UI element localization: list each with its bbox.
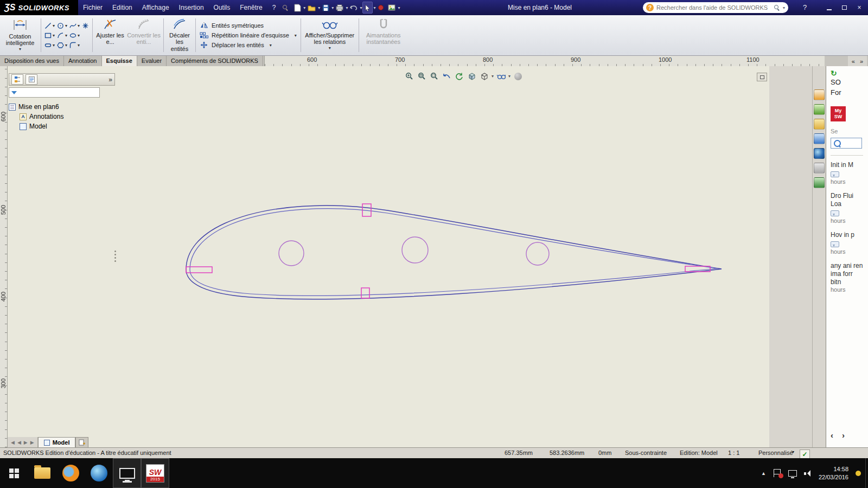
tray-clock[interactable]: 14:58 22/03/2016 bbox=[819, 465, 848, 481]
appearances-icon[interactable] bbox=[814, 148, 825, 159]
select-caret-icon[interactable]: ▾ bbox=[373, 5, 375, 10]
doc-cascade-button[interactable] bbox=[757, 73, 767, 81]
sheet-nav-next-icon[interactable]: ▶ bbox=[23, 440, 29, 445]
previous-view-icon[interactable] bbox=[442, 71, 452, 81]
panel-expand-icon[interactable]: » bbox=[108, 76, 112, 84]
show-desktop-button[interactable] bbox=[865, 458, 868, 488]
undo-caret-icon[interactable]: ▾ bbox=[360, 5, 362, 10]
new-document-caret-icon[interactable]: ▾ bbox=[303, 5, 305, 10]
menu-fichier[interactable]: Fichier bbox=[78, 0, 107, 15]
tab-annotation[interactable]: Annotation bbox=[64, 56, 102, 66]
options-icon[interactable] bbox=[376, 2, 386, 14]
minimize-button[interactable] bbox=[822, 2, 835, 13]
ellipse-tool-caret-icon[interactable]: ▾ bbox=[78, 33, 80, 38]
arc-tool-icon[interactable] bbox=[56, 31, 65, 40]
select-arrow-icon[interactable] bbox=[362, 2, 373, 14]
units-caret-icon[interactable]: ▾ bbox=[792, 450, 794, 454]
save-caret-icon[interactable]: ▾ bbox=[331, 5, 334, 10]
menu-insertion[interactable]: Insertion bbox=[174, 0, 209, 15]
tree-model-row[interactable]: Model bbox=[20, 121, 115, 131]
trim-entities-button[interactable]: Ajuster les e... bbox=[94, 16, 126, 54]
appearance-sphere-icon[interactable] bbox=[513, 71, 523, 81]
mirror-entities-button[interactable]: Entités symétriques bbox=[200, 22, 297, 29]
add-sheet-tab[interactable] bbox=[75, 437, 88, 447]
polygon-tool-caret-icon[interactable]: ▾ bbox=[65, 43, 67, 48]
spline-tool-icon[interactable] bbox=[69, 22, 77, 30]
tag-check-icon[interactable]: ✓ bbox=[800, 450, 810, 459]
pager-prev-icon[interactable]: ‹ bbox=[831, 431, 833, 440]
hide-show-caret-icon[interactable]: ▾ bbox=[508, 74, 510, 79]
file-explorer-taskbar-button[interactable] bbox=[28, 458, 56, 488]
menu-help[interactable]: ? bbox=[267, 0, 281, 15]
close-button[interactable]: × bbox=[853, 2, 866, 13]
forum-item[interactable]: Init in M hours bbox=[831, 161, 868, 185]
circle-tool-caret-icon[interactable]: ▾ bbox=[65, 23, 67, 28]
slot-tool-caret-icon[interactable]: ▾ bbox=[53, 43, 55, 48]
custom-properties-icon[interactable] bbox=[814, 163, 825, 174]
line-tool-caret-icon[interactable]: ▾ bbox=[53, 23, 55, 28]
network-icon[interactable] bbox=[788, 470, 797, 477]
design-library-icon[interactable] bbox=[814, 104, 825, 115]
open-icon[interactable] bbox=[306, 2, 317, 14]
tray-expand-icon[interactable]: ▲ bbox=[761, 471, 766, 476]
pager-next-icon[interactable]: › bbox=[842, 431, 845, 440]
print-icon[interactable] bbox=[334, 2, 345, 14]
offset-entities-button[interactable]: Décaler les entités bbox=[165, 16, 194, 54]
section-view-icon[interactable] bbox=[467, 71, 477, 81]
point-tool-icon[interactable] bbox=[81, 22, 90, 30]
line-tool-icon[interactable] bbox=[44, 22, 52, 30]
tab-evaluer[interactable]: Evaluer bbox=[137, 56, 167, 66]
menu-affichage[interactable]: Affichage bbox=[137, 0, 174, 15]
arc-tool-caret-icon[interactable]: ▾ bbox=[65, 33, 67, 38]
display-app-taskbar-button[interactable] bbox=[113, 458, 141, 488]
collapse-taskpane-icon[interactable]: « bbox=[850, 57, 857, 66]
home-icon[interactable] bbox=[814, 89, 825, 100]
zoom-to-fit-icon[interactable] bbox=[417, 71, 427, 81]
linear-pattern-button[interactable]: Répétition linéaire d'esquisse ▾ bbox=[200, 31, 297, 39]
menu-search-icon[interactable] bbox=[280, 2, 290, 14]
move-entities-button[interactable]: Déplacer les entités ▾ bbox=[200, 41, 297, 49]
status-units-selector[interactable]: Personnalisé bbox=[758, 450, 793, 456]
display-relations-button[interactable]: Afficher/Supprimer les relations ▾ bbox=[303, 16, 357, 54]
menu-outils[interactable]: Outils bbox=[209, 0, 235, 15]
appearance-icon[interactable] bbox=[386, 2, 397, 14]
display-style-icon[interactable] bbox=[479, 71, 489, 81]
menu-edition[interactable]: Edition bbox=[107, 0, 137, 15]
property-manager-tab-icon[interactable] bbox=[25, 74, 37, 85]
zoom-in-icon[interactable] bbox=[404, 71, 414, 81]
solidworks-taskbar-button[interactable]: SW 2015 bbox=[141, 458, 169, 488]
tab-complements[interactable]: Compléments de SOLIDWORKS bbox=[167, 56, 263, 66]
refresh-icon[interactable]: ↻ bbox=[831, 69, 868, 77]
search-scope-caret-icon[interactable]: ▾ bbox=[783, 5, 785, 10]
file-explorer-icon[interactable] bbox=[814, 119, 825, 130]
open-caret-icon[interactable]: ▾ bbox=[318, 5, 320, 10]
smart-dimension-button[interactable]: Cotation intelligente ▾ bbox=[1, 16, 39, 54]
polygon-tool-icon[interactable] bbox=[56, 41, 65, 49]
panel-splitter-grip[interactable] bbox=[113, 247, 117, 265]
display-relations-caret-icon[interactable]: ▾ bbox=[329, 46, 331, 51]
sheet-nav-last-icon[interactable]: ▶ bbox=[29, 440, 35, 445]
circle-tool-icon[interactable] bbox=[56, 22, 65, 30]
airfoil-sketch[interactable] bbox=[8, 66, 769, 447]
tab-esquisse[interactable]: Esquisse bbox=[102, 56, 137, 66]
toolbar-options-caret-icon[interactable]: ▾ bbox=[398, 5, 400, 10]
help-icon[interactable]: ? bbox=[800, 0, 810, 15]
ellipse-tool-icon[interactable] bbox=[69, 31, 77, 40]
spline-tool-caret-icon[interactable]: ▾ bbox=[78, 23, 80, 28]
action-center-icon[interactable] bbox=[773, 469, 781, 477]
fillet-tool-caret-icon[interactable]: ▾ bbox=[78, 43, 80, 48]
sheet-tab-model[interactable]: Model bbox=[38, 437, 76, 447]
firefox-taskbar-button[interactable] bbox=[56, 458, 85, 488]
new-document-icon[interactable] bbox=[292, 2, 303, 14]
sheet-nav-first-icon[interactable]: ◀ bbox=[10, 440, 16, 445]
menu-fenetre[interactable]: Fenêtre bbox=[235, 0, 267, 15]
undo-icon[interactable] bbox=[348, 2, 359, 14]
rectangle-tool-icon[interactable] bbox=[44, 31, 52, 40]
save-icon[interactable] bbox=[321, 2, 331, 14]
forum-item[interactable]: any ani ren ima forr bitn hours bbox=[831, 262, 868, 293]
view-palette-icon[interactable] bbox=[814, 133, 825, 144]
slot-tool-icon[interactable] bbox=[44, 41, 52, 49]
smart-dimension-caret-icon[interactable]: ▾ bbox=[19, 47, 21, 52]
zoom-to-area-icon[interactable] bbox=[429, 71, 439, 81]
rotate-view-icon[interactable] bbox=[454, 71, 464, 81]
